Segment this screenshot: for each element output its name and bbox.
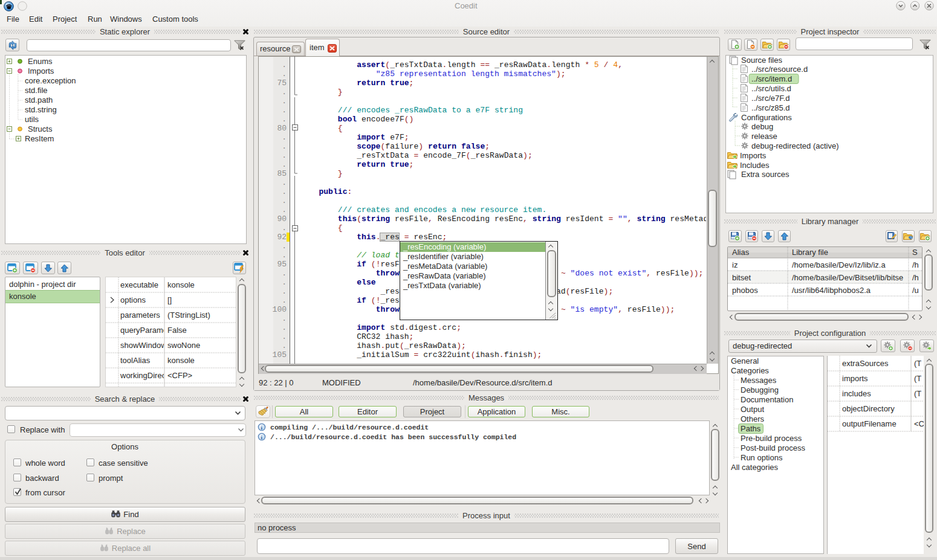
svg-text:options: options bbox=[120, 295, 146, 304]
svg-text:Documentation: Documentation bbox=[741, 395, 793, 404]
svg-text:Imports: Imports bbox=[28, 66, 54, 76]
svg-text:std.path: std.path bbox=[25, 95, 53, 105]
svg-text:showWindows: showWindows bbox=[120, 341, 171, 350]
svg-text:std.file: std.file bbox=[25, 86, 48, 95]
svg-text:Extra sources: Extra sources bbox=[741, 170, 789, 179]
svg-text:release: release bbox=[751, 132, 777, 141]
svg-text:S: S bbox=[912, 248, 918, 257]
svg-text:/u: /u bbox=[912, 286, 919, 295]
svg-text:Paths: Paths bbox=[741, 424, 761, 433]
svg-text:konsole: konsole bbox=[167, 356, 195, 365]
svg-text:../src/resource.d: ../src/resource.d bbox=[751, 65, 808, 74]
svg-text:../src/e7F.d: ../src/e7F.d bbox=[751, 94, 790, 103]
svg-text:../src/z85.d: ../src/z85.d bbox=[751, 103, 790, 112]
svg-text:Configurations: Configurations bbox=[741, 113, 792, 122]
svg-text:imports: imports bbox=[842, 374, 868, 383]
svg-text:/h: /h bbox=[912, 260, 919, 269]
svg-text:swoNone: swoNone bbox=[167, 341, 200, 350]
svg-text:parameters: parameters bbox=[120, 311, 160, 320]
svg-text:<C: <C bbox=[914, 419, 924, 428]
svg-text:../src/item.d: ../src/item.d bbox=[751, 74, 792, 83]
svg-text:Output: Output bbox=[741, 405, 764, 414]
svg-text:(TStringList): (TStringList) bbox=[167, 311, 210, 320]
svg-text:Pre-build process: Pre-build process bbox=[741, 434, 802, 443]
svg-text:toolAlias: toolAlias bbox=[120, 356, 151, 365]
svg-text:(T: (T bbox=[914, 389, 921, 398]
svg-text:False: False bbox=[167, 326, 187, 335]
svg-text:std.string: std.string bbox=[25, 105, 57, 114]
svg-text:objectDirectory: objectDirectory bbox=[842, 404, 895, 413]
svg-text:ResItem: ResItem bbox=[25, 134, 54, 143]
svg-text:Others: Others bbox=[741, 414, 765, 423]
svg-text:Alias: Alias bbox=[732, 248, 750, 257]
svg-text:Post-build process: Post-build process bbox=[741, 443, 805, 452]
svg-text:outputFilename: outputFilename bbox=[842, 419, 896, 428]
svg-text:(T: (T bbox=[914, 374, 921, 383]
svg-text:../src/utils.d: ../src/utils.d bbox=[751, 84, 791, 93]
svg-text:/home/basile/Dev/Iz/lib/iz.a: /home/basile/Dev/Iz/lib/iz.a bbox=[792, 260, 886, 269]
svg-text:Categories: Categories bbox=[731, 366, 769, 375]
svg-text:Includes: Includes bbox=[740, 161, 770, 170]
svg-text:debug-redirected (active): debug-redirected (active) bbox=[751, 141, 839, 150]
svg-text:debug: debug bbox=[751, 122, 773, 131]
svg-text:bitset: bitset bbox=[732, 273, 751, 282]
svg-text:Imports: Imports bbox=[740, 151, 767, 160]
svg-text:executable: executable bbox=[120, 280, 158, 289]
svg-text:iz: iz bbox=[732, 260, 738, 269]
svg-text:utils: utils bbox=[25, 115, 39, 124]
svg-text:extraSources: extraSources bbox=[842, 359, 889, 368]
svg-text:includes: includes bbox=[842, 389, 871, 398]
svg-text:queryParamete: queryParamete bbox=[120, 326, 174, 335]
svg-text:Structs: Structs bbox=[28, 124, 53, 134]
svg-text:Run options: Run options bbox=[741, 453, 783, 462]
svg-text:konsole: konsole bbox=[167, 280, 195, 289]
svg-text:/home/basile/Dev/Bitset/lib/bi: /home/basile/Dev/Bitset/lib/bitse bbox=[792, 273, 903, 282]
svg-text:<CFP>: <CFP> bbox=[167, 371, 192, 380]
svg-text:/usr/lib64/libphobos2.a: /usr/lib64/libphobos2.a bbox=[792, 286, 871, 295]
svg-text:core.exception: core.exception bbox=[25, 76, 76, 85]
svg-text:Debugging: Debugging bbox=[741, 385, 779, 394]
svg-text:Library file: Library file bbox=[792, 248, 828, 257]
svg-text:(T: (T bbox=[914, 359, 921, 368]
svg-text:Enums: Enums bbox=[28, 57, 53, 66]
svg-text:Source files: Source files bbox=[741, 56, 782, 65]
svg-text:Messages: Messages bbox=[741, 376, 777, 385]
svg-text:phobos: phobos bbox=[732, 286, 758, 295]
svg-text:All categories: All categories bbox=[731, 463, 779, 472]
svg-text:[]: [] bbox=[167, 295, 172, 304]
svg-text:General: General bbox=[731, 356, 759, 365]
svg-text:/h: /h bbox=[912, 273, 919, 282]
